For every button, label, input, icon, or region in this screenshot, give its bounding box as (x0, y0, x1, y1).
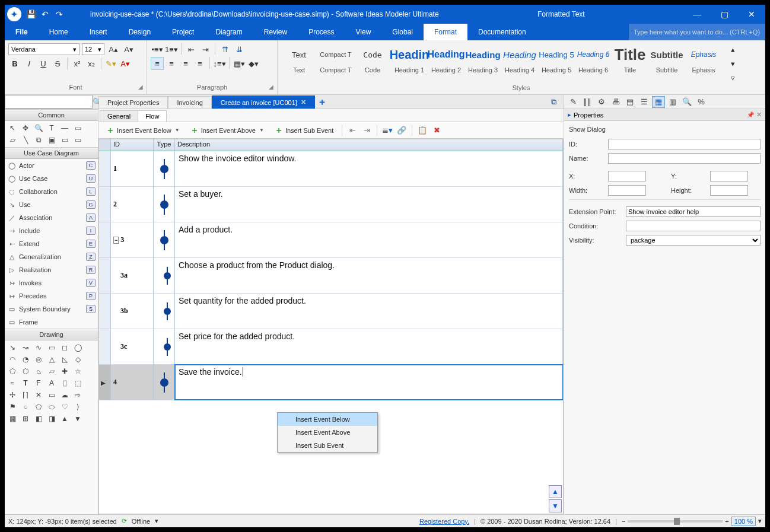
description-cell[interactable]: Set a buyer. (175, 187, 563, 222)
tab-tool-icon[interactable]: ▭ (72, 135, 84, 145)
toolbox-item[interactable]: ◯Use CaseU (5, 172, 98, 185)
toolbox-item[interactable]: ▷RealizationR (5, 263, 98, 276)
registered-link[interactable]: Registered Copy. (419, 518, 469, 525)
draw-a-icon[interactable]: A (46, 378, 58, 388)
qat-save-icon[interactable]: 💾 (24, 7, 38, 21)
width-input[interactable] (608, 185, 646, 196)
menu-process[interactable]: Process (298, 24, 345, 40)
draw-table-icon[interactable]: ⊞ (20, 413, 31, 424)
cond-input[interactable] (626, 221, 761, 231)
draw-chevron-icon[interactable]: ⟩ (72, 402, 84, 412)
ext-input[interactable] (626, 206, 761, 217)
indent-button[interactable]: ⇥ (199, 43, 212, 56)
common-group-header[interactable]: Common (5, 109, 98, 121)
status-offline[interactable]: Offline (132, 518, 151, 525)
pin-icon[interactable]: 📌 (747, 112, 754, 118)
toolbox-item[interactable]: ▭System BoundaryS (5, 302, 98, 316)
insert-event-below-button[interactable]: ＋Insert Event Below▼ (102, 123, 184, 138)
menu-view[interactable]: View (345, 24, 382, 40)
sort-desc-button[interactable]: ⇊ (233, 43, 246, 56)
description-cell[interactable]: Choose a product from the Product dialog… (175, 258, 563, 293)
bold-button[interactable]: B (8, 57, 21, 70)
close-tab-icon[interactable]: ✕ (301, 98, 306, 106)
zoom-out-button[interactable]: − (622, 518, 625, 525)
draw-misc2-icon[interactable]: ◨ (46, 413, 58, 424)
rt-settings-icon[interactable]: ⚙ (595, 96, 608, 108)
subscript-button[interactable]: x₂ (85, 57, 98, 70)
underline-button[interactable]: U (37, 57, 50, 70)
draw-arc-icon[interactable]: ◠ (7, 354, 18, 365)
column-id[interactable]: ID (111, 139, 154, 151)
menu-format[interactable]: Format (424, 24, 467, 40)
numbering-button[interactable]: 1≡▾ (165, 43, 178, 56)
toolbox-item[interactable]: ／AssociationA (5, 211, 98, 224)
shrink-font-icon[interactable]: A▾ (122, 43, 135, 56)
menu-design[interactable]: Design (118, 24, 161, 40)
sort-asc-button[interactable]: ⇈ (218, 43, 231, 56)
draw-misc3-icon[interactable]: ▲ (59, 413, 71, 424)
draw-star-icon[interactable]: ☆ (72, 366, 84, 377)
draw-blob-icon[interactable]: ⬭ (46, 402, 58, 412)
toolbox-item[interactable]: ↣InvokesV (5, 276, 98, 289)
indent-event-icon[interactable]: ⇥ (361, 125, 373, 136)
maximize-button[interactable]: ▢ (711, 5, 738, 24)
description-cell[interactable]: Save the invoice. (175, 365, 563, 400)
draw-roundrect-icon[interactable]: ◻ (59, 342, 71, 353)
minimize-button[interactable]: — (683, 5, 711, 24)
rt-search-icon[interactable]: 🔍 (680, 96, 693, 108)
id-input[interactable] (608, 139, 761, 149)
draw-cube-icon[interactable]: ⬚ (72, 378, 84, 388)
rt-print-icon[interactable]: 🖶 (609, 96, 622, 108)
link-icon[interactable]: 🔗 (396, 125, 408, 136)
outdent-button[interactable]: ⇤ (184, 43, 198, 56)
toolbox-item[interactable]: ⇢IncludeI (5, 224, 98, 237)
tab-create-invoice[interactable]: Create an invoice [UC001]✕ (212, 95, 315, 109)
toolbox-item[interactable]: ◌CollaborationL (5, 185, 98, 198)
menu-diagram[interactable]: Diagram (205, 24, 253, 40)
rt-doc-icon[interactable]: ▤ (623, 96, 637, 108)
vis-select[interactable]: package (626, 235, 761, 246)
dropdown-icon[interactable]: ▾ (155, 517, 158, 525)
draw-pentagon-icon[interactable]: ⬠ (7, 366, 18, 377)
tab-overflow-icon[interactable]: ⧉ (547, 95, 560, 109)
highlight-button[interactable]: ✎▾ (104, 57, 117, 70)
borders-button[interactable]: ▦▾ (233, 57, 246, 70)
toolbox-search-input[interactable] (5, 95, 93, 109)
styles-gallery[interactable]: TextText Compact TCompact T CodeCode Hea… (281, 43, 721, 74)
dropdown-icon[interactable]: ▼ (175, 128, 180, 133)
toolbox-item[interactable]: ◯ActorC (5, 159, 98, 172)
menu-home[interactable]: Home (39, 24, 79, 40)
draw-donut-icon[interactable]: ◎ (33, 354, 44, 365)
table-row[interactable]: 3b Set quantity for the added product. (99, 294, 563, 329)
draw-field-icon[interactable]: F (33, 378, 44, 388)
subtab-general[interactable]: General (100, 110, 138, 122)
x-input[interactable] (608, 171, 646, 181)
menu-review[interactable]: Review (253, 24, 298, 40)
draw-circle-icon[interactable]: ○ (20, 402, 31, 412)
close-button[interactable]: ✕ (738, 5, 765, 24)
align-right-button[interactable]: ≡ (179, 57, 192, 70)
draw-hexagon-icon[interactable]: ⬡ (20, 366, 31, 377)
ctx-insert-above[interactable]: Insert Event Above (278, 426, 377, 439)
scroll-up-button[interactable]: ▲ (549, 485, 562, 498)
y-input[interactable] (710, 171, 748, 181)
menu-global[interactable]: Global (381, 24, 424, 40)
description-cell[interactable]: Add a product. (175, 222, 563, 257)
rt-properties-icon[interactable]: ▦ (652, 96, 665, 108)
description-cell[interactable]: Show the invoice editor window. (175, 151, 563, 186)
menu-documentation[interactable]: Documentation (467, 24, 537, 40)
superscript-button[interactable]: x² (71, 57, 84, 70)
align-left-button[interactable]: ≡ (151, 57, 164, 70)
styles-scroll-down-icon[interactable]: ▾ (726, 57, 739, 70)
dropdown-icon[interactable]: ▼ (259, 128, 264, 133)
usecase-group-header[interactable]: Use Case Diagram (5, 147, 98, 159)
draw-polygon-icon[interactable]: ⬠ (33, 402, 44, 412)
align-justify-button[interactable]: ≡ (193, 57, 206, 70)
draw-parallelogram-icon[interactable]: ▱ (46, 366, 58, 377)
zoom-in-button[interactable]: + (725, 518, 728, 525)
grow-font-icon[interactable]: A▴ (107, 43, 120, 56)
pointer-tool-icon[interactable]: ↖ (7, 123, 18, 133)
draw-curve-icon[interactable]: ∿ (33, 342, 44, 353)
draw-grid-icon[interactable]: ▦ (7, 413, 18, 424)
styles-scroll-up-icon[interactable]: ▴ (726, 43, 739, 56)
